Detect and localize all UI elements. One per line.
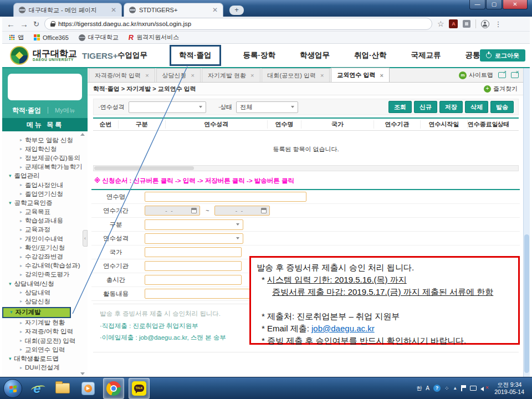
ime-korean-icon[interactable]: 한	[416, 385, 422, 392]
sidebar-menu-item[interactable]: 군제대복학가능학기	[2, 163, 88, 172]
university-logo[interactable]: 대구대학교 DAEGU UNIVERSITY TIGERS+	[10, 46, 118, 65]
workspace-tab[interactable]: 대회(공모전) 입력 ×	[262, 68, 330, 82]
sidebar-menu-item[interactable]: 상담내역	[2, 288, 88, 297]
file-explorer-icon[interactable]	[52, 378, 73, 399]
action-center-flag-icon[interactable]	[461, 385, 466, 391]
workspace-tab[interactable]: 상담신청 ×	[156, 68, 201, 82]
search-button[interactable]: 조회	[388, 101, 412, 113]
sidebar-collapse-handle[interactable]: ‹	[83, 230, 88, 247]
global-nav-item[interactable]: 수업업무	[115, 47, 150, 64]
sidebar-menu-item[interactable]: 졸업관리	[2, 172, 88, 181]
sidebar-menu-item[interactable]: 자기계발	[2, 307, 71, 318]
new-tab-button[interactable]: +	[229, 6, 244, 15]
tab-close-icon[interactable]: ×	[320, 72, 324, 79]
sidebar-menu-item[interactable]: 교육과정	[2, 226, 88, 234]
sitemap-button[interactable]: m 사이트맵	[459, 71, 493, 79]
show-hidden-icons[interactable]: ▲	[453, 386, 457, 391]
delete-button[interactable]: 삭제	[465, 101, 488, 113]
tab-close-icon[interactable]: ×	[191, 72, 195, 79]
end-date-picker[interactable]: - -	[214, 206, 270, 216]
activity-input[interactable]	[145, 289, 250, 299]
tab-close-icon[interactable]: ×	[380, 72, 383, 79]
tab-close-icon[interactable]: ×	[250, 72, 254, 79]
sidebar-menu-item[interactable]: DU비전설계	[2, 364, 88, 372]
sidebar-menu-item[interactable]: 자격증/어학 입력	[2, 328, 88, 336]
workspace-tab[interactable]: 교외연수 입력 ×	[331, 68, 390, 82]
sidebar-menu-item[interactable]: 졸업연기신청	[2, 190, 88, 198]
profile-icon[interactable]	[481, 20, 489, 28]
sidebar-menu-item[interactable]: 학습성과내용	[2, 217, 88, 226]
internet-explorer-icon[interactable]: e	[27, 378, 48, 399]
sidebar-menu-item[interactable]: 공학교육인증	[2, 198, 88, 207]
global-nav-item[interactable]: 학생업무	[298, 47, 332, 64]
sidebar-tab-mymenu[interactable]: My메뉴	[55, 106, 75, 115]
sidebar-menu-item[interactable]: 강의만족도평가	[2, 270, 88, 279]
sidebar-menu-item[interactable]: 상담신청	[2, 297, 88, 306]
sidebar-menu-item[interactable]: 교외연수 입력	[2, 345, 88, 354]
country-input[interactable]	[145, 247, 242, 257]
status-select[interactable]: 전체	[236, 101, 298, 113]
global-nav-item[interactable]: 학적·졸업	[170, 45, 221, 66]
tab-close-icon[interactable]: ×	[145, 72, 149, 79]
sidebar-menu-item[interactable]: 수강강좌변경	[2, 252, 88, 261]
sidebar-menu-item[interactable]: 졸업사정안내	[2, 181, 88, 190]
logout-button[interactable]: 로그아웃	[480, 49, 525, 62]
maximize-button[interactable]: ▢	[486, 0, 502, 9]
tray-misc-icon[interactable]: ⁘	[444, 385, 449, 391]
media-player-icon[interactable]: ▶	[78, 378, 99, 399]
global-nav-item[interactable]: 국제교류	[409, 47, 443, 64]
tab-close-icon[interactable]: ✕	[111, 7, 116, 13]
extension-icon[interactable]	[463, 20, 470, 28]
training-nature-select[interactable]	[129, 101, 206, 113]
sidebar-tab-academics[interactable]: 학적·졸업	[2, 106, 41, 115]
scrollbar-thumb[interactable]	[94, 166, 194, 170]
close-all-windows-icon[interactable]	[511, 72, 519, 78]
sidebar-menu-item[interactable]: 학부모 열람 신청	[2, 136, 88, 145]
sidebar-menu-item[interactable]: 재입학신청	[2, 145, 88, 154]
tab-close-icon[interactable]: ✕	[212, 7, 218, 13]
browser-tab[interactable]: 대구대학교 - 메인 페이지 ✕	[13, 3, 122, 17]
horizontal-scrollbar[interactable]	[93, 165, 519, 171]
bookmark-apps[interactable]: 앱	[9, 33, 24, 42]
chrome-icon[interactable]	[103, 378, 124, 399]
start-button[interactable]	[3, 379, 22, 398]
volume-muted-icon[interactable]	[480, 385, 488, 391]
sidebar-menu-item[interactable]: 확인/포기신청	[2, 243, 88, 252]
bookmark-university[interactable]: 대구대학교	[79, 33, 119, 42]
url-bar[interactable]: https://tigersstd.daegu.ac.kr/nxrun/ssoL…	[44, 18, 432, 30]
scrollbar-thumb[interactable]	[524, 234, 529, 373]
sidebar-menu-item[interactable]: 상담내역/신청	[2, 279, 88, 288]
sidebar-menu-item[interactable]: 자기계발 현황	[2, 319, 88, 328]
category-select[interactable]	[145, 219, 243, 230]
global-nav-item[interactable]: 취업·산학	[352, 47, 389, 64]
bookmark-office365[interactable]: Office365	[34, 34, 69, 41]
global-nav-item[interactable]: 등록·장학	[241, 47, 278, 64]
calendar-icon[interactable]	[191, 208, 197, 213]
workspace-tab[interactable]: 자격증/어학 입력 ×	[89, 68, 155, 82]
save-button[interactable]: 저장	[439, 101, 463, 113]
training-nature-form-select[interactable]	[145, 233, 243, 244]
close-button[interactable]: ✕	[503, 0, 528, 9]
email-link[interactable]: job@daegu.ac.kr	[311, 324, 375, 333]
sidebar-menu-item[interactable]: 수강내역(학습성과)	[2, 262, 88, 270]
minimize-button[interactable]: —	[469, 0, 485, 9]
browser-menu-icon[interactable]: ⋮	[494, 20, 502, 28]
sidebar-menu-item[interactable]: 정보제공(수집)동의	[2, 154, 88, 162]
new-button[interactable]: 신규	[414, 101, 437, 113]
open-window-icon[interactable]	[498, 72, 506, 78]
bookmark-star-icon[interactable]: ☆	[437, 19, 444, 28]
send-button[interactable]: 발송	[490, 101, 514, 113]
sidebar-menu-item[interactable]: 대회(공모전) 입력	[2, 336, 88, 345]
browser-tab[interactable]: STDTIGERS+ ✕	[124, 3, 223, 17]
reload-button[interactable]: ↻	[33, 20, 39, 28]
sidebar-menu-item[interactable]: 교육목표	[2, 208, 88, 217]
scroll-up-icon[interactable]	[80, 133, 85, 136]
pdf-extension-icon[interactable]: A	[449, 19, 458, 28]
training-name-input[interactable]	[145, 192, 306, 202]
kakaotalk-icon[interactable]: TALK	[129, 378, 150, 399]
scroll-down-icon[interactable]	[80, 372, 85, 375]
help-icon[interactable]: ?	[433, 385, 441, 392]
sidebar-menu-item[interactable]: 개인이수내역	[2, 234, 88, 243]
vertical-scrollbar[interactable]	[523, 68, 530, 377]
sidebar-menu-item[interactable]: 대학생활로드맵	[2, 354, 88, 363]
